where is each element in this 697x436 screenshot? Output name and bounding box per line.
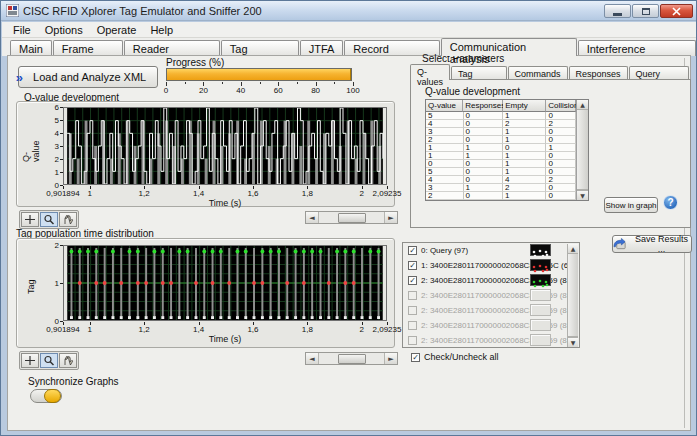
item-checkbox[interactable]: ✓	[408, 261, 417, 270]
show-in-graph-button[interactable]: Show in graph	[604, 197, 658, 213]
tab-frame-info[interactable]: Frame info	[53, 40, 123, 56]
scrollbar-thumb[interactable]	[568, 254, 578, 337]
close-button[interactable]	[660, 4, 693, 18]
scroll-up-icon[interactable]: ▲	[577, 100, 588, 110]
scroll-left-icon[interactable]: ◄	[306, 212, 319, 223]
column-header-empty-slots[interactable]: Empty Slots	[503, 100, 546, 112]
load-analyze-xml-label: Load and Analyze XML	[33, 71, 146, 83]
item-checkbox[interactable]: ✓	[408, 276, 417, 285]
x-tick-mark	[199, 322, 200, 325]
param-tab-commands[interactable]: Commands	[508, 66, 568, 80]
param-tab-query-parameters[interactable]: Query Parameters	[629, 66, 690, 80]
list-item[interactable]: 2: 3400E2801170000002068C810D59 (83)	[403, 318, 579, 333]
item-checkbox[interactable]	[408, 336, 417, 345]
list-item[interactable]: ✓2: 3400E2801170000002068C810D59 (83)	[403, 273, 579, 288]
qvalue-plot[interactable]	[63, 107, 387, 185]
title-bar[interactable]: CISC RFID Xplorer Tag Emulator and Sniff…	[1, 1, 697, 21]
table-cell: 1	[503, 128, 546, 136]
zoom-tool-button[interactable]	[40, 212, 58, 227]
x-tick-label: 1,4	[193, 325, 204, 334]
table-cell: 0	[546, 192, 576, 200]
qvalue-table[interactable]: Q-valueResponsesEmpty SlotsCollisions501…	[425, 99, 589, 201]
pan-tool-button[interactable]	[59, 353, 77, 368]
help-icon[interactable]: ?	[663, 195, 678, 210]
tab-jtfa[interactable]: JTFA	[300, 40, 344, 56]
x-tick-mark	[387, 186, 388, 189]
table-row[interactable]: 2010	[426, 192, 588, 200]
ruler-tick-label: 80	[311, 86, 320, 95]
scroll-right-icon[interactable]: ►	[384, 212, 397, 223]
item-thumbnail	[530, 319, 551, 331]
list-item[interactable]: 2: 3400E2801170000002068C810D59 (83)	[403, 333, 579, 348]
save-results-button[interactable]: Save Results ...	[612, 235, 692, 253]
scrollbar-thumb[interactable]	[338, 354, 366, 364]
table-cell: 1	[503, 112, 546, 120]
graph1-hscrollbar[interactable]: ◄ ►	[305, 211, 398, 224]
tab-communication-analysis[interactable]: Communication analysis	[441, 38, 577, 56]
item-checkbox[interactable]: ✓	[408, 246, 417, 255]
x-tick-label: 2,09235	[373, 325, 402, 334]
ruler-tick	[222, 82, 223, 84]
x-tick-label: 1,2	[139, 189, 150, 198]
table-cell: 1	[503, 160, 546, 168]
item-checkbox[interactable]	[408, 321, 417, 330]
list-item[interactable]: 2: 3400E2801170000002068C810D59 (83)	[403, 303, 579, 318]
scrollbar-thumb[interactable]	[338, 213, 366, 223]
list-item[interactable]: ✓1: 3400E2801170000002068C810D5C (67)	[403, 258, 579, 273]
ruler-tick	[334, 82, 335, 84]
graph2-hscrollbar[interactable]: ◄ ►	[305, 352, 398, 365]
pan-tool-button[interactable]	[59, 212, 77, 227]
tab-tag-analysis[interactable]: Tag analysis	[221, 40, 299, 56]
item-thumbnail	[530, 289, 551, 301]
x-tick-label: 0,901894	[46, 325, 79, 334]
menu-options[interactable]: Options	[38, 23, 90, 37]
y-tick-label: 3	[43, 142, 59, 151]
help-question-mark: ?	[667, 197, 673, 208]
window-title: CISC RFID Xplorer Tag Emulator and Sniff…	[23, 5, 262, 17]
table-scrollbar[interactable]: ▲▼	[576, 100, 588, 200]
check-uncheck-all-checkbox[interactable]: ✓	[411, 353, 420, 362]
scrollbar-thumb[interactable]	[577, 110, 588, 190]
crosshair-tool-button[interactable]	[21, 212, 39, 227]
scroll-left-icon[interactable]: ◄	[306, 353, 319, 364]
x-tick-mark	[253, 186, 254, 189]
list-item[interactable]: 2: 3400E2801170000002068C810D59 (83)	[403, 288, 579, 303]
synchronize-graphs-toggle[interactable]	[30, 389, 62, 403]
tab-main[interactable]: Main	[10, 40, 52, 56]
window-controls	[604, 4, 693, 18]
scroll-up-icon[interactable]: ▲	[568, 244, 578, 254]
y-tick-label: 6	[43, 103, 59, 112]
param-tab-responses[interactable]: Responses	[569, 66, 628, 80]
item-label: 0: Query (97)	[421, 246, 468, 255]
ruler-tick-label: 40	[236, 86, 245, 95]
menu-help[interactable]: Help	[143, 23, 180, 37]
save-results-label: Save Results ...	[632, 234, 691, 254]
tab-reader-analysis[interactable]: Reader analysis	[124, 40, 220, 56]
item-checkbox[interactable]	[408, 306, 417, 315]
progress-label: Progress (%)	[166, 57, 224, 68]
param-tab-q-values[interactable]: Q-values	[410, 64, 450, 80]
app-window: CISC RFID Xplorer Tag Emulator and Sniff…	[0, 0, 697, 436]
param-tab-tag-population[interactable]: Tag population	[451, 66, 507, 80]
list-item[interactable]: ✓0: Query (97)	[403, 243, 579, 258]
minimize-button[interactable]	[604, 4, 631, 18]
load-analyze-xml-button[interactable]: » Load and Analyze XML	[18, 66, 158, 88]
check-uncheck-all-row: ✓ Check/Uncheck all	[406, 352, 499, 362]
main-tabstrip: MainFrame infoReader analysisTag analysi…	[2, 38, 697, 56]
x-tick-label: 0,901894	[46, 189, 79, 198]
maximize-button[interactable]	[632, 4, 659, 18]
item-checkbox[interactable]	[408, 291, 417, 300]
menu-file[interactable]: File	[6, 23, 38, 37]
menu-operate[interactable]: Operate	[90, 23, 144, 37]
crosshair-tool-button[interactable]	[21, 353, 39, 368]
scroll-right-icon[interactable]: ►	[384, 353, 397, 364]
tag-population-plot[interactable]	[63, 245, 387, 321]
item-thumbnail	[530, 304, 551, 316]
scroll-down-icon[interactable]: ▼	[568, 337, 578, 347]
tag-list-scrollbar[interactable]: ▲ ▼	[567, 244, 578, 347]
tab-interference-analysis[interactable]: Interference analysis	[578, 40, 696, 56]
y-axis-label: Tag	[26, 270, 36, 294]
scroll-down-icon[interactable]: ▼	[577, 190, 588, 200]
zoom-tool-button[interactable]	[40, 353, 58, 368]
x-tick-mark	[362, 322, 363, 325]
